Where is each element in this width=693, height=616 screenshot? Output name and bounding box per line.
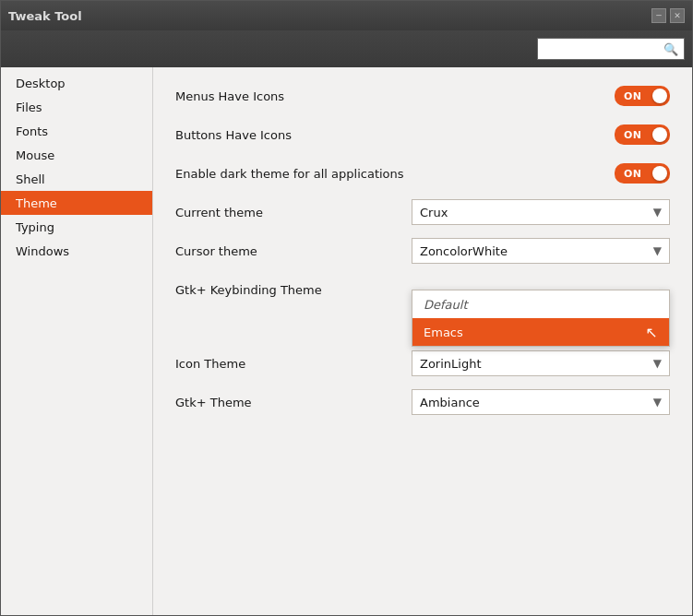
gtk-keybinding-dropdown-popup: Default Emacs ↖ bbox=[412, 290, 670, 347]
cursor-theme-label: Cursor theme bbox=[175, 244, 412, 258]
sidebar-item-files[interactable]: Files bbox=[1, 95, 152, 119]
current-theme-arrow: ▼ bbox=[653, 206, 662, 219]
enable-dark-theme-label: Enable dark theme for all applications bbox=[175, 167, 615, 181]
search-icon: 🔍 bbox=[663, 42, 678, 56]
main-panel: Menus Have Icons ON Buttons Have Icons O… bbox=[153, 67, 692, 615]
sidebar-item-desktop[interactable]: Desktop bbox=[1, 71, 152, 95]
buttons-have-icons-row: Buttons Have Icons ON bbox=[175, 121, 670, 148]
sidebar-item-fonts[interactable]: Fonts bbox=[1, 119, 152, 143]
window-title: Tweak Tool bbox=[8, 9, 82, 23]
sidebar-item-theme[interactable]: Theme bbox=[1, 191, 152, 215]
buttons-have-icons-label: Buttons Have Icons bbox=[175, 128, 615, 142]
enable-dark-theme-row: Enable dark theme for all applications O… bbox=[175, 160, 670, 187]
current-theme-label: Current theme bbox=[175, 206, 412, 219]
cursor-indicator: ↖ bbox=[646, 324, 658, 341]
gtk-keybinding-theme-label: Gtk+ Keybinding Theme bbox=[175, 283, 412, 297]
sidebar: Desktop Files Fonts Mouse Shell Theme Ty… bbox=[1, 67, 153, 615]
cursor-theme-arrow: ▼ bbox=[653, 244, 662, 257]
cursor-theme-value: ZoncolorWhite bbox=[420, 244, 508, 258]
current-theme-value: Crux bbox=[420, 206, 448, 219]
content-area: Desktop Files Fonts Mouse Shell Theme Ty… bbox=[1, 67, 692, 615]
gtk-theme-label: Gtk+ Theme bbox=[175, 396, 412, 409]
cursor-theme-row: Cursor theme ZoncolorWhite ▼ bbox=[175, 237, 670, 265]
close-button[interactable]: ✕ bbox=[670, 8, 685, 23]
toolbar: 🔍 bbox=[1, 30, 692, 67]
gtk-keybinding-theme-row: Gtk+ Keybinding Theme Default Emacs ↖ bbox=[175, 276, 670, 303]
gtk-theme-row: Gtk+ Theme Ambiance ▼ bbox=[175, 388, 670, 416]
icon-theme-label: Icon Theme bbox=[175, 357, 412, 371]
menus-have-icons-row: Menus Have Icons ON bbox=[175, 82, 670, 110]
menus-have-icons-toggle-label: ON bbox=[624, 90, 642, 102]
gtk-theme-value: Ambiance bbox=[420, 396, 480, 409]
enable-dark-theme-toggle-label: ON bbox=[624, 168, 642, 180]
sidebar-item-shell[interactable]: Shell bbox=[1, 167, 152, 191]
sidebar-item-mouse[interactable]: Mouse bbox=[1, 143, 152, 167]
buttons-have-icons-toggle-label: ON bbox=[624, 129, 642, 141]
cursor-theme-dropdown[interactable]: ZoncolorWhite ▼ bbox=[412, 238, 670, 264]
gtk-theme-arrow: ▼ bbox=[653, 396, 662, 409]
sidebar-item-windows[interactable]: Windows bbox=[1, 239, 152, 263]
icon-theme-row: Icon Theme ZorinLight ▼ bbox=[175, 349, 670, 377]
enable-dark-theme-toggle[interactable]: ON bbox=[615, 163, 670, 184]
menus-have-icons-label: Menus Have Icons bbox=[175, 89, 615, 103]
gtk-theme-dropdown[interactable]: Ambiance ▼ bbox=[412, 389, 670, 415]
toggle-knob-2 bbox=[652, 127, 667, 142]
keybinding-option-default[interactable]: Default bbox=[412, 290, 669, 318]
minimize-button[interactable]: ─ bbox=[651, 8, 666, 23]
buttons-have-icons-toggle[interactable]: ON bbox=[615, 124, 670, 145]
search-box[interactable]: 🔍 bbox=[537, 38, 685, 60]
toggle-knob-3 bbox=[652, 166, 667, 181]
window-controls: ─ ✕ bbox=[651, 8, 685, 23]
search-input[interactable] bbox=[544, 42, 663, 55]
sidebar-item-typing[interactable]: Typing bbox=[1, 215, 152, 239]
titlebar: Tweak Tool ─ ✕ bbox=[1, 1, 692, 30]
icon-theme-value: ZorinLight bbox=[420, 357, 482, 371]
main-window: Tweak Tool ─ ✕ 🔍 Desktop Files F bbox=[0, 0, 693, 616]
menus-have-icons-toggle[interactable]: ON bbox=[615, 86, 670, 106]
toggle-knob bbox=[652, 89, 667, 103]
keybinding-option-emacs[interactable]: Emacs ↖ bbox=[412, 318, 669, 346]
current-theme-dropdown[interactable]: Crux ▼ bbox=[412, 199, 670, 225]
icon-theme-dropdown[interactable]: ZorinLight ▼ bbox=[412, 350, 670, 376]
current-theme-row: Current theme Crux ▼ bbox=[175, 198, 670, 226]
icon-theme-arrow: ▼ bbox=[653, 357, 662, 370]
